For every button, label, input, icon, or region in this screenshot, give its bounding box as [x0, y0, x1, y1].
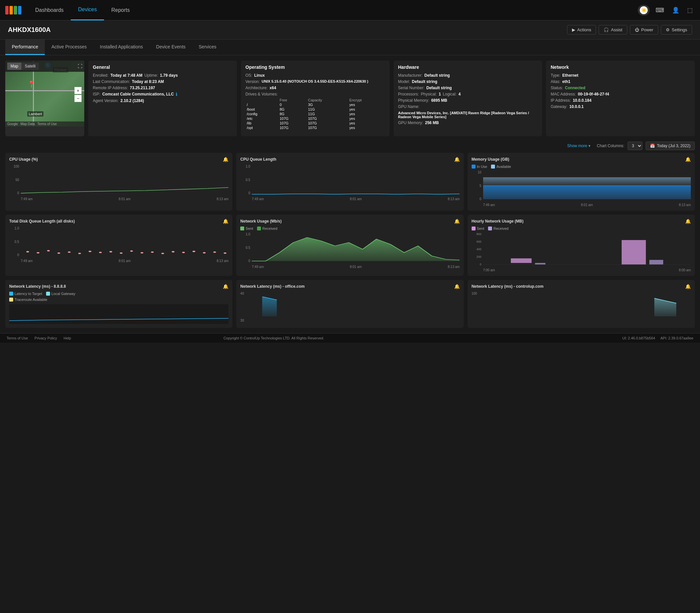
drive-col-encrypt: Encrypt	[348, 98, 385, 102]
arch-label: Architecture:	[246, 86, 267, 90]
charts-row-2: Total Disk Queue Length (all disks) 🔔 1.…	[5, 214, 695, 276]
disk-queue-svg-wrap	[21, 226, 228, 257]
show-more-label: Show more	[567, 144, 587, 148]
theme-toggle-icon: ☀️	[640, 6, 648, 14]
serial-row: Serial Number: Default string	[398, 86, 538, 90]
svg-point-12	[130, 250, 133, 252]
privacy-policy-link[interactable]: Privacy Policy	[35, 336, 57, 340]
hourly-y-200: 200	[472, 255, 481, 258]
sent-legend: Sent	[240, 226, 253, 231]
memory-yaxis: 10 5 0	[472, 171, 481, 201]
network-mbps-card: Network Usage (Mb/s) 🔔 Sent Received 1.0…	[236, 214, 463, 276]
disk-y-max: 1.0	[9, 226, 19, 230]
memory-bell-btn[interactable]: 🔔	[685, 157, 691, 162]
settings-button[interactable]: ⚙ Settings	[661, 25, 692, 35]
network-mbps-title: Network Usage (Mb/s)	[240, 219, 281, 223]
cpu-queue-chart: 1.0 0.5 0 7:49 am 8:01 am 8:13 am	[240, 165, 459, 201]
disk-yaxis: 1.0 0.5 0	[9, 226, 19, 257]
net-y-mid: 0.5	[240, 246, 250, 250]
logout-icon-button[interactable]: ⬚	[685, 4, 695, 16]
hourly-network-bell-btn[interactable]: 🔔	[685, 219, 691, 224]
svg-point-18	[193, 251, 195, 252]
map-zoom-in-btn[interactable]: +	[74, 87, 82, 94]
latency-office-chart-area: 40 30	[240, 292, 459, 321]
drive-cell-2: 11G	[307, 107, 348, 112]
show-more-link[interactable]: Show more ▾	[567, 142, 591, 149]
theme-toggle-button[interactable]: ☀️	[638, 5, 650, 15]
memory-svg-wrap	[483, 171, 691, 201]
actions-button[interactable]: ▶ Actions	[567, 25, 596, 35]
svg-point-10	[109, 251, 112, 252]
disk-queue-title: Total Disk Queue Length (all disks)	[9, 219, 75, 223]
drive-row: /etc107G107Gyes	[246, 116, 385, 121]
map-expand-btn[interactable]: ⛶	[78, 63, 82, 70]
satellite-view-btn[interactable]: Satelli	[22, 63, 39, 70]
os-value: Linux	[254, 73, 265, 78]
chart-date-button[interactable]: 📅 Today (Jul 3, 2022)	[646, 142, 695, 150]
status-label: Status:	[551, 86, 563, 90]
drives-table: Free Capacity Encrypt /03Gyes/boot8G11Gy…	[246, 98, 385, 130]
tab-performance[interactable]: Performance	[5, 39, 45, 55]
tabs-bar: Performance Active Processes Installed A…	[0, 39, 700, 55]
latency-office-bell-btn[interactable]: 🔔	[454, 284, 460, 289]
drive-row: /opt107G107Gyes	[246, 126, 385, 130]
cpu-usage-svg-wrap	[21, 165, 228, 195]
isp-info-icon[interactable]: ℹ	[176, 92, 177, 97]
latency-8888-bell-btn[interactable]: 🔔	[223, 284, 228, 289]
hourly-x-1: 8:00 am	[679, 268, 691, 272]
hourly-network-title: Hourly Network Usage (MB)	[472, 219, 524, 223]
nav-right-actions: ☀️ ⌨ 👤 ⬚	[638, 4, 695, 16]
enrolled-label: Enrolled:	[93, 73, 108, 78]
tab-active-processes[interactable]: Active Processes	[45, 39, 93, 55]
hourly-received-label: Received	[493, 226, 509, 231]
disk-y-mid: 0.5	[9, 240, 19, 244]
assist-button[interactable]: 🎧 Assist	[599, 25, 627, 35]
ip-row: IP Address: 10.0.0.184	[551, 98, 690, 103]
disk-x-0: 7:49 am	[21, 259, 32, 263]
gateway-label: Gateway:	[551, 104, 567, 109]
latency-controlup-bell-btn[interactable]: 🔔	[685, 284, 691, 289]
nav-dashboards[interactable]: Dashboards	[28, 0, 71, 21]
svg-point-14	[151, 251, 154, 253]
chart-columns-select[interactable]: 3 2 1	[628, 142, 643, 150]
hourly-y-800: 800	[472, 232, 481, 236]
network-title: Network	[551, 65, 690, 70]
drives-title: Drives & Volumes:	[246, 92, 385, 96]
logical-label: Logical:	[443, 92, 457, 96]
device-title: AHKDX1600A	[8, 26, 51, 34]
power-button[interactable]: ⏻ Power	[630, 25, 658, 35]
last-comm-label: Last Communication:	[93, 79, 130, 84]
disk-queue-bell-btn[interactable]: 🔔	[223, 219, 228, 224]
latency-to-target-dot	[9, 292, 13, 296]
network-mbps-bell-btn[interactable]: 🔔	[454, 219, 460, 224]
drive-cell-1: 107G	[278, 126, 307, 130]
nav-devices[interactable]: Devices	[71, 0, 104, 21]
nav-reports[interactable]: Reports	[104, 0, 137, 21]
cpu-usage-yaxis: 100 50 0	[9, 165, 19, 195]
processors-row: Processors: Physical: 1 Logical: 4	[398, 92, 538, 96]
tab-services[interactable]: Services	[192, 39, 223, 55]
chart-controls-bar: Show more ▾ Chart Columns: 3 2 1 📅 Today…	[5, 140, 695, 153]
enrolled-value: Today at 7:48 AM	[110, 73, 142, 78]
alias-row: Alias: eth1	[551, 79, 690, 84]
hourly-y-600: 600	[472, 240, 481, 243]
logo-bar-blue	[18, 6, 22, 14]
map-view-btn[interactable]: Map	[7, 63, 22, 70]
map-zoom-controls: + −	[74, 87, 82, 102]
sent-dot	[240, 226, 244, 231]
map-zoom-out-btn[interactable]: −	[74, 95, 82, 102]
drive-cell-1: 0	[278, 102, 307, 107]
help-link[interactable]: Help	[64, 336, 71, 340]
tab-device-events[interactable]: Device Events	[149, 39, 192, 55]
model-value: Default string	[412, 79, 437, 84]
tab-installed-applications[interactable]: Installed Applications	[93, 39, 150, 55]
hourly-yaxis: 800 600 400 200 0	[472, 232, 481, 266]
gpu-memory-value: 256 MB	[425, 120, 439, 125]
drive-cell-3: yes	[348, 121, 385, 126]
keyboard-icon-button[interactable]: ⌨	[653, 4, 666, 16]
terms-of-use-link[interactable]: Terms of Use	[6, 336, 28, 340]
latency-controlup-header: Network Latency (ms) - controlup.com 🔔	[472, 284, 691, 289]
user-icon-button[interactable]: 👤	[670, 4, 681, 16]
cpu-usage-bell-btn[interactable]: 🔔	[223, 157, 228, 162]
cpu-queue-bell-btn[interactable]: 🔔	[454, 157, 460, 162]
